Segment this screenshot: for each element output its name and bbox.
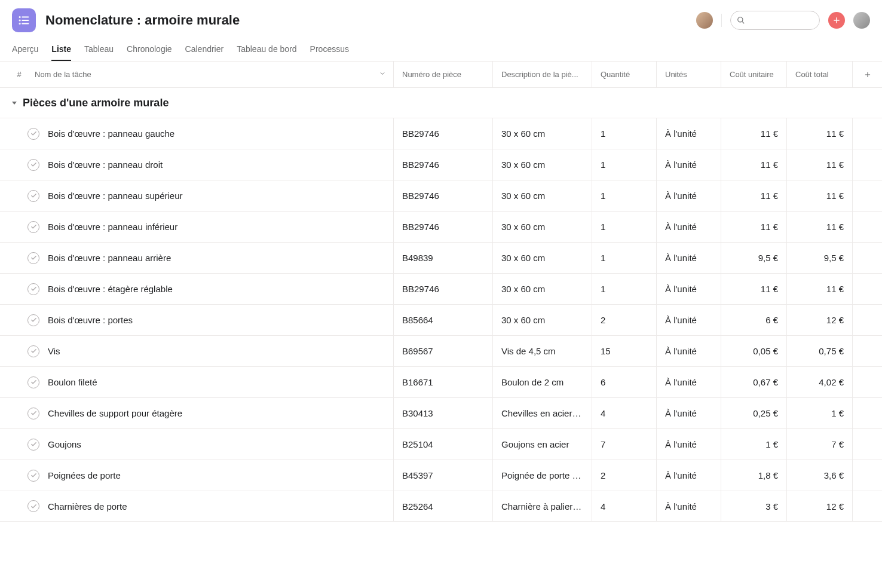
chevron-down-icon[interactable] [379, 70, 386, 79]
cell-unit-cost[interactable]: 6 € [721, 305, 786, 335]
cell-description[interactable]: 30 x 60 cm [492, 149, 592, 180]
complete-task-button[interactable] [27, 439, 39, 451]
cell-units[interactable]: À l'unité [656, 429, 721, 460]
cell-total-cost[interactable]: 4,02 € [786, 367, 852, 397]
task-name[interactable]: Bois d'œuvre : panneau inférieur [48, 222, 177, 232]
table-row[interactable]: Charnières de porteB25264Charnière à pal… [0, 491, 882, 522]
cell-description[interactable]: 30 x 60 cm [492, 274, 592, 304]
task-name[interactable]: Boulon fileté [48, 377, 97, 387]
cell-quantity[interactable]: 1 [592, 243, 656, 273]
table-row[interactable]: Bois d'œuvre : panneau supérieurBB297463… [0, 180, 882, 211]
table-row[interactable]: Poignées de porteB45397Poignée de porte … [0, 460, 882, 491]
column-unit-cost[interactable]: Coût unitaire [721, 62, 786, 87]
page-title[interactable]: Nomenclature : armoire murale [45, 13, 687, 28]
section-header[interactable]: Pièces d'une armoire murale [0, 88, 882, 118]
cell-part-number[interactable]: BB29746 [393, 274, 492, 304]
cell-description[interactable]: 30 x 60 cm [492, 212, 592, 242]
cell-quantity[interactable]: 15 [592, 336, 656, 366]
cell-quantity[interactable]: 7 [592, 429, 656, 460]
add-column-button[interactable] [852, 62, 882, 87]
cell-unit-cost[interactable]: 0,25 € [721, 398, 786, 428]
table-row[interactable]: Bois d'œuvre : étagère réglableBB2974630… [0, 273, 882, 304]
task-name[interactable]: Charnières de porte [48, 501, 127, 512]
cell-units[interactable]: À l'unité [656, 212, 721, 242]
avatar[interactable] [853, 12, 870, 29]
table-row[interactable]: VisB69567Vis de 4,5 cm15À l'unité0,05 €0… [0, 335, 882, 366]
tab-chronologie[interactable]: Chronologie [127, 39, 172, 61]
column-qty[interactable]: Quantité [592, 62, 656, 87]
cell-description[interactable]: Vis de 4,5 cm [492, 336, 592, 366]
cell-unit-cost[interactable]: 0,67 € [721, 367, 786, 397]
complete-task-button[interactable] [27, 252, 39, 264]
cell-part-number[interactable]: B25264 [393, 491, 492, 521]
tab-tableau-de-bord[interactable]: Tableau de bord [237, 39, 296, 61]
task-name[interactable]: Bois d'œuvre : étagère réglable [48, 284, 173, 294]
cell-units[interactable]: À l'unité [656, 367, 721, 397]
cell-part-number[interactable]: B16671 [393, 367, 492, 397]
cell-unit-cost[interactable]: 11 € [721, 149, 786, 180]
cell-quantity[interactable]: 2 [592, 460, 656, 491]
cell-unit-cost[interactable]: 9,5 € [721, 243, 786, 273]
cell-units[interactable]: À l'unité [656, 491, 721, 521]
cell-units[interactable]: À l'unité [656, 180, 721, 211]
cell-part-number[interactable]: BB29746 [393, 212, 492, 242]
complete-task-button[interactable] [27, 159, 39, 171]
cell-part-number[interactable]: B49839 [393, 243, 492, 273]
tab-processus[interactable]: Processus [310, 39, 349, 61]
column-task[interactable]: Nom de la tâche [26, 62, 393, 87]
cell-quantity[interactable]: 1 [592, 118, 656, 149]
complete-task-button[interactable] [27, 314, 39, 326]
complete-task-button[interactable] [27, 128, 39, 140]
task-name[interactable]: Bois d'œuvre : panneau droit [48, 160, 163, 170]
cell-unit-cost[interactable]: 11 € [721, 212, 786, 242]
tab-aperçu[interactable]: Aperçu [12, 39, 38, 61]
cell-total-cost[interactable]: 3,6 € [786, 460, 852, 491]
table-row[interactable]: Boulon filetéB16671Boulon de 2 cm6À l'un… [0, 366, 882, 397]
tab-calendrier[interactable]: Calendrier [185, 39, 224, 61]
complete-task-button[interactable] [27, 283, 39, 295]
cell-part-number[interactable]: BB29746 [393, 180, 492, 211]
complete-task-button[interactable] [27, 345, 39, 357]
cell-description[interactable]: 30 x 60 cm [492, 180, 592, 211]
cell-total-cost[interactable]: 12 € [786, 305, 852, 335]
cell-description[interactable]: 30 x 60 cm [492, 243, 592, 273]
cell-quantity[interactable]: 4 [592, 491, 656, 521]
complete-task-button[interactable] [27, 376, 39, 388]
cell-unit-cost[interactable]: 11 € [721, 274, 786, 304]
cell-description[interactable]: 30 x 60 cm [492, 305, 592, 335]
cell-quantity[interactable]: 6 [592, 367, 656, 397]
task-name[interactable]: Bois d'œuvre : panneau supérieur [48, 191, 183, 201]
task-name[interactable]: Goujons [48, 439, 81, 449]
task-name[interactable]: Poignées de porte [48, 470, 121, 480]
cell-quantity[interactable]: 4 [592, 398, 656, 428]
task-name[interactable]: Bois d'œuvre : panneau gauche [48, 128, 174, 139]
cell-unit-cost[interactable]: 1 € [721, 429, 786, 460]
cell-total-cost[interactable]: 11 € [786, 118, 852, 149]
column-desc[interactable]: Description de la piè... [492, 62, 592, 87]
cell-units[interactable]: À l'unité [656, 118, 721, 149]
cell-units[interactable]: À l'unité [656, 460, 721, 491]
cell-part-number[interactable]: B30413 [393, 398, 492, 428]
cell-quantity[interactable]: 1 [592, 149, 656, 180]
table-row[interactable]: Bois d'œuvre : panneau inférieurBB297463… [0, 211, 882, 242]
avatar[interactable] [696, 12, 713, 29]
complete-task-button[interactable] [27, 500, 39, 512]
table-row[interactable]: GoujonsB25104Goujons en acier7À l'unité1… [0, 428, 882, 460]
table-row[interactable]: Bois d'œuvre : portesB8566430 x 60 cm2À … [0, 304, 882, 335]
table-row[interactable]: Bois d'œuvre : panneau arrièreB4983930 x… [0, 242, 882, 273]
task-name[interactable]: Chevilles de support pour étagère [48, 408, 182, 418]
cell-total-cost[interactable]: 11 € [786, 212, 852, 242]
cell-total-cost[interactable]: 1 € [786, 398, 852, 428]
cell-description[interactable]: Charnière à palier d... [492, 491, 592, 521]
search-input[interactable] [730, 11, 820, 30]
tab-tableau[interactable]: Tableau [84, 39, 114, 61]
cell-unit-cost[interactable]: 11 € [721, 118, 786, 149]
cell-part-number[interactable]: BB29746 [393, 149, 492, 180]
cell-part-number[interactable]: B45397 [393, 460, 492, 491]
cell-total-cost[interactable]: 11 € [786, 180, 852, 211]
column-units[interactable]: Unités [656, 62, 721, 87]
cell-total-cost[interactable]: 7 € [786, 429, 852, 460]
complete-task-button[interactable] [27, 470, 39, 482]
table-row[interactable]: Bois d'œuvre : panneau droitBB2974630 x … [0, 149, 882, 180]
cell-quantity[interactable]: 1 [592, 180, 656, 211]
